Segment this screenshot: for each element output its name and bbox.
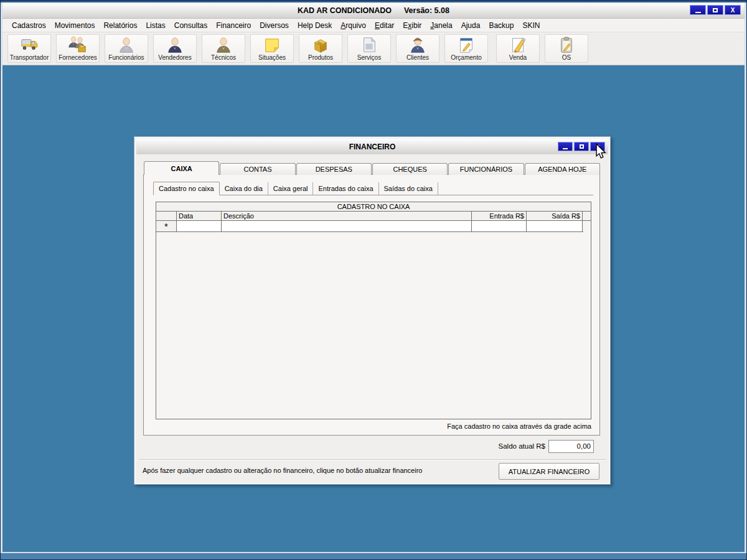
toolbar-button-vendedores[interactable]: Vendedores bbox=[153, 34, 197, 63]
clipboard-icon bbox=[557, 35, 576, 54]
footer-hint-text: Após fazer qualquer cadastro ou alteraçã… bbox=[143, 467, 422, 474]
menu-item-editar[interactable]: Editar bbox=[370, 19, 398, 32]
toolbar-button-label: Situações bbox=[258, 54, 286, 61]
toolbar-button-transportador[interactable]: Transportador bbox=[7, 34, 51, 63]
menu-item-help-desk[interactable]: Help Desk bbox=[293, 19, 336, 32]
subtab-caixa-do-dia[interactable]: Caixa do dia bbox=[220, 182, 268, 195]
app-title: KAD AR CONDICIONADO bbox=[298, 6, 392, 15]
maximize-button[interactable] bbox=[574, 142, 589, 151]
menu-bar: CadastrosMovimentosRelatóriosListasConsu… bbox=[2, 19, 745, 32]
toolbar-button-venda[interactable]: Venda bbox=[496, 34, 540, 63]
subtab-entradas-do-caixa[interactable]: Entradas do caixa bbox=[313, 182, 378, 195]
window-frame-left bbox=[1, 2, 2, 552]
minimize-button[interactable] bbox=[690, 5, 706, 15]
grid-new-record-row: * bbox=[156, 221, 583, 232]
mouse-cursor-icon bbox=[595, 143, 607, 162]
caixa-subtabs: Cadastro no caixaCaixa do diaCaixa geral… bbox=[153, 181, 593, 195]
toolbar-button-situacoes[interactable]: Situações bbox=[250, 34, 294, 63]
toolbar-button-fornecedores[interactable]: Fornecedores bbox=[56, 34, 100, 63]
financeiro-tabs: CAIXACONTASDESPESASCHEQUESFUNCIONÁRIOSAG… bbox=[144, 161, 600, 175]
grid-column-header-descricao: Descrição bbox=[222, 212, 472, 220]
grid-title: CADASTRO NO CAIXA bbox=[156, 202, 591, 212]
grid-row-selector: * bbox=[156, 221, 177, 231]
tab-despesas[interactable]: DESPESAS bbox=[296, 163, 372, 175]
menu-item-exibir[interactable]: Exibir bbox=[398, 19, 426, 32]
subtab-saidas-do-caixa[interactable]: Saídas do caixa bbox=[379, 182, 438, 195]
grid-cell-data[interactable] bbox=[177, 221, 222, 231]
toolbar-button-label: OS bbox=[562, 54, 571, 61]
toolbar-button-servicos[interactable]: Serviços bbox=[347, 34, 391, 63]
toolbar-button-label: Serviços bbox=[357, 54, 381, 61]
tab-contas[interactable]: CONTAS bbox=[220, 163, 295, 175]
toolbar-button-label: Vendedores bbox=[158, 54, 191, 61]
grid-cell-entrada-r[interactable] bbox=[472, 221, 527, 231]
seller-icon bbox=[166, 35, 184, 54]
employee-icon bbox=[117, 35, 136, 54]
saldo-atual-field[interactable]: 0,00 bbox=[548, 440, 594, 453]
menu-item-janela[interactable]: Janela bbox=[426, 19, 456, 32]
minimize-icon bbox=[563, 148, 568, 149]
close-button[interactable]: X bbox=[725, 5, 741, 15]
menu-item-ajuda[interactable]: Ajuda bbox=[457, 19, 485, 32]
app-window-controls: X bbox=[690, 5, 741, 15]
menu-item-consultas[interactable]: Consultas bbox=[170, 19, 212, 32]
subtab-cadastro-no-caixa[interactable]: Cadastro no caixa bbox=[153, 182, 220, 195]
minimize-icon bbox=[695, 12, 701, 13]
client-icon bbox=[408, 35, 427, 54]
menu-item-arquivo[interactable]: Arquivo bbox=[336, 19, 370, 32]
grid-hint-text: Faça cadastro no caixa através da grade … bbox=[447, 422, 591, 430]
grid-column-header-data: Data bbox=[177, 212, 222, 220]
menu-item-skin[interactable]: SKIN bbox=[518, 19, 544, 32]
toolbar-button-label: Orçamento bbox=[451, 54, 481, 61]
toolbar-button-clientes[interactable]: Clientes bbox=[396, 34, 439, 63]
tabpage-caixa: Cadastro no caixaCaixa do diaCaixa geral… bbox=[143, 174, 600, 436]
toolbar-button-label: Funcionários bbox=[108, 54, 144, 61]
menu-item-cadastros[interactable]: Cadastros bbox=[7, 19, 50, 32]
financeiro-title: FINANCEIRO bbox=[349, 142, 396, 151]
box-icon bbox=[311, 35, 330, 54]
toolbar-button-label: Fornecedores bbox=[59, 54, 97, 61]
window-frame-bottom bbox=[1, 552, 746, 559]
suppliers-icon bbox=[68, 35, 87, 54]
menu-item-financeiro[interactable]: Financeiro bbox=[212, 19, 255, 32]
window-frame-right bbox=[745, 2, 746, 552]
sticky-note-icon bbox=[263, 35, 281, 54]
menu-item-relatorios[interactable]: Relatórios bbox=[99, 19, 141, 32]
menu-item-movimentos[interactable]: Movimentos bbox=[50, 19, 100, 32]
toolbar-button-orcamento[interactable]: Orçamento bbox=[444, 34, 488, 63]
toolbar-button-funcionarios[interactable]: Funcionários bbox=[105, 34, 148, 63]
app-chrome: KAD AR CONDICIONADO Versão: 5.08 X Cadas… bbox=[2, 2, 745, 65]
saldo-atual-label: Saldo atual R$ bbox=[499, 442, 545, 450]
subtab-caixa-geral[interactable]: Caixa geral bbox=[268, 182, 314, 195]
tab-caixa[interactable]: CAIXA bbox=[144, 161, 219, 175]
toolbar-button-tecnicos[interactable]: Técnicos bbox=[202, 34, 245, 63]
toolbar: TransportadorFornecedoresFuncionáriosVen… bbox=[2, 32, 745, 65]
menu-item-listas[interactable]: Listas bbox=[141, 19, 169, 32]
grid-header-filler bbox=[583, 212, 591, 220]
atualizar-financeiro-button[interactable]: ATUALIZAR FINANCEIRO bbox=[499, 463, 599, 480]
maximize-icon bbox=[713, 8, 718, 12]
budget-icon bbox=[457, 35, 476, 54]
cadastro-caixa-grid: CADASTRO NO CAIXA DataDescriçãoEntrada R… bbox=[156, 202, 591, 419]
window-frame-top bbox=[1, 1, 746, 2]
financeiro-titlebar[interactable]: FINANCEIRO X bbox=[136, 139, 608, 154]
tab-cheques[interactable]: CHEQUES bbox=[372, 163, 448, 175]
grid-cell-saida-r[interactable] bbox=[527, 221, 583, 231]
tab-funcionarios[interactable]: FUNCIONÁRIOS bbox=[448, 163, 524, 175]
technician-icon bbox=[214, 35, 233, 54]
toolbar-button-label: Venda bbox=[509, 54, 527, 61]
grid-header-selector bbox=[156, 212, 177, 220]
tab-agenda-hoje[interactable]: AGENDA HOJE bbox=[525, 163, 600, 175]
menu-item-backup[interactable]: Backup bbox=[484, 19, 518, 32]
truck-icon bbox=[20, 35, 39, 54]
toolbar-button-os[interactable]: OS bbox=[545, 34, 588, 63]
grid-cell-descricao[interactable] bbox=[222, 221, 472, 231]
grid-column-header-entrada-r: Entrada R$ bbox=[472, 212, 527, 220]
maximize-button[interactable] bbox=[707, 5, 723, 15]
app-titlebar[interactable]: KAD AR CONDICIONADO Versão: 5.08 X bbox=[2, 2, 745, 19]
financeiro-window: FINANCEIRO X CAIXACONTASDESPESASCHEQUESF… bbox=[134, 136, 611, 485]
minimize-button[interactable] bbox=[558, 142, 573, 151]
menu-item-diversos[interactable]: Diversos bbox=[255, 19, 293, 32]
maximize-icon bbox=[580, 144, 584, 149]
toolbar-button-produtos[interactable]: Produtos bbox=[299, 34, 342, 63]
